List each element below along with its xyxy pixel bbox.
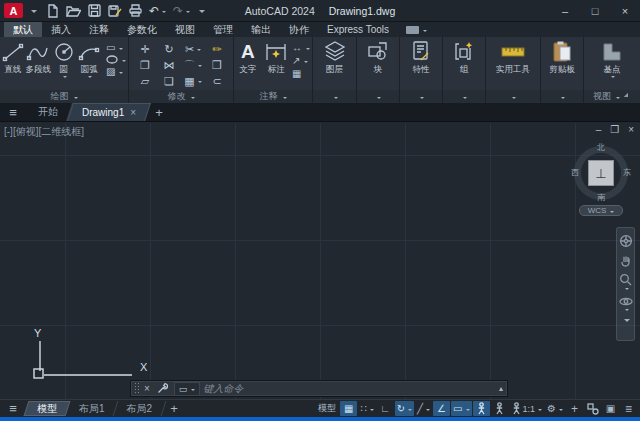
- isodraft-caret-icon[interactable]: [426, 409, 430, 413]
- new-layout-button[interactable]: +: [163, 400, 185, 417]
- polar-tracking-toggle[interactable]: ↻: [395, 401, 414, 416]
- fillet-button[interactable]: ⌒: [184, 59, 202, 71]
- open-file-button[interactable]: [66, 5, 81, 17]
- tab-insert[interactable]: 插入: [42, 22, 80, 37]
- block-panel-expand[interactable]: [357, 90, 399, 103]
- customization-button[interactable]: ≡: [620, 401, 637, 416]
- redo-caret-icon[interactable]: [186, 11, 190, 15]
- table-button[interactable]: ▦: [292, 68, 310, 79]
- draw-panel-label[interactable]: 绘图: [0, 90, 128, 103]
- osnap-caret-icon[interactable]: [466, 409, 470, 413]
- block-button[interactable]: 块: [358, 39, 398, 74]
- ellipse-button[interactable]: [106, 55, 126, 64]
- linear-dimension-button[interactable]: ↔: [292, 42, 310, 53]
- annotation-visibility-toggle[interactable]: [473, 401, 490, 416]
- utilities-panel-expand[interactable]: [486, 90, 540, 103]
- maximize-button[interactable]: □: [580, 0, 610, 22]
- pan-button[interactable]: [619, 254, 632, 267]
- start-tab[interactable]: 开始: [26, 103, 70, 121]
- text-button[interactable]: A 文字: [234, 39, 262, 74]
- ortho-toggle[interactable]: ∟: [377, 401, 394, 416]
- measure-button[interactable]: 实用工具: [487, 39, 539, 74]
- mirror-button[interactable]: ⋈: [164, 59, 175, 71]
- save-button[interactable]: [88, 4, 101, 17]
- leader-button[interactable]: ↗: [292, 55, 310, 66]
- drawing1-tab[interactable]: Drawing1×: [70, 103, 148, 121]
- viewcube-south-label[interactable]: 南: [597, 194, 605, 202]
- file-tabs-menu-button[interactable]: ≡: [0, 103, 26, 121]
- polar-caret-icon[interactable]: [408, 409, 412, 413]
- move-button[interactable]: ✛: [140, 43, 149, 55]
- arc-caret-icon[interactable]: [88, 76, 92, 80]
- navbar-more-button[interactable]: [622, 317, 630, 323]
- tab-manage[interactable]: 管理: [204, 22, 242, 37]
- rotate-button[interactable]: ↻: [164, 43, 173, 55]
- doc-restore-button[interactable]: ❐: [610, 124, 619, 135]
- polyline-button[interactable]: 多段线: [26, 39, 52, 74]
- recent-commands-button[interactable]: ▭: [174, 382, 201, 396]
- workspace-caret-icon[interactable]: [559, 409, 563, 413]
- annotation-scale-caret-icon[interactable]: [538, 409, 542, 413]
- object-snap-toggle[interactable]: ▭: [451, 401, 471, 416]
- app-logo-button[interactable]: A: [4, 3, 23, 18]
- orbit-caret-icon[interactable]: [625, 309, 629, 313]
- tab-output[interactable]: 输出: [242, 22, 280, 37]
- tab-express-tools[interactable]: Express Tools: [318, 22, 398, 37]
- hatch-button[interactable]: ▨: [106, 66, 126, 77]
- annotate-panel-label[interactable]: 注释: [234, 90, 312, 103]
- stretch-button[interactable]: ▱: [141, 75, 149, 87]
- base-caret-icon[interactable]: [611, 76, 615, 80]
- annotation-scale-button[interactable]: 1:1: [509, 401, 545, 416]
- base-button[interactable]: 基点: [590, 39, 634, 78]
- crosshair-button[interactable]: +: [566, 401, 583, 416]
- layout-tabs-menu-button[interactable]: ≡: [0, 400, 26, 417]
- zoom-button[interactable]: [619, 273, 632, 290]
- array-button[interactable]: ▦: [184, 75, 201, 87]
- layout1-tab[interactable]: 布局1: [68, 400, 116, 417]
- modify-panel-label[interactable]: 修改: [129, 90, 233, 103]
- drawing-canvas[interactable]: [-][俯视][二维线框] – ❐ × 北 南 西 东 ⊥ WCS: [0, 123, 640, 399]
- ribbon-display-dropdown[interactable]: [406, 22, 427, 37]
- command-line-wrench-icon[interactable]: [154, 383, 171, 394]
- view-panel-label[interactable]: 视图: [584, 90, 640, 103]
- view-panel-launcher-icon[interactable]: [624, 92, 632, 100]
- properties-panel-expand[interactable]: [400, 90, 442, 103]
- trim-button[interactable]: ✂: [185, 43, 201, 55]
- snap-toggle[interactable]: ∷: [358, 401, 375, 416]
- viewcube-north-label[interactable]: 北: [597, 144, 605, 152]
- dimension-button[interactable]: 标注: [262, 39, 291, 74]
- orbit-button[interactable]: [619, 296, 633, 311]
- model-paper-toggle[interactable]: 模型: [315, 401, 339, 416]
- scale-button[interactable]: ❏: [164, 75, 174, 87]
- tab-parametric[interactable]: 参数化: [118, 22, 166, 37]
- autoscale-toggle[interactable]: [491, 401, 508, 416]
- tab-view[interactable]: 视图: [166, 22, 204, 37]
- command-line-close-icon[interactable]: ×: [140, 383, 154, 394]
- wcs-dropdown[interactable]: WCS: [579, 205, 623, 216]
- save-as-button[interactable]: [108, 4, 122, 17]
- line-button[interactable]: 直线: [0, 39, 26, 74]
- tab-collaborate[interactable]: 协作: [280, 22, 318, 37]
- new-file-button[interactable]: [47, 4, 59, 18]
- viewcube-west-label[interactable]: 西: [571, 169, 579, 177]
- erase-button[interactable]: ✏: [212, 43, 221, 55]
- model-tab[interactable]: 模型: [26, 400, 68, 417]
- undo-caret-icon[interactable]: [162, 11, 166, 15]
- group-button[interactable]: 组: [444, 39, 484, 74]
- viewcube[interactable]: 北 南 西 东 ⊥: [573, 145, 629, 201]
- object-snap-tracking-toggle[interactable]: ∠: [433, 401, 450, 416]
- layers-panel-expand[interactable]: [313, 90, 356, 103]
- doc-close-button[interactable]: ×: [628, 124, 634, 135]
- drawing1-close-icon[interactable]: ×: [130, 107, 136, 118]
- app-menu-caret-icon[interactable]: [31, 10, 37, 16]
- properties-button[interactable]: 特性: [401, 39, 441, 74]
- steering-wheel-button[interactable]: [619, 234, 633, 248]
- undo-button[interactable]: ↶: [149, 4, 166, 18]
- tab-annotate[interactable]: 注释: [80, 22, 118, 37]
- workspace-switcher-button[interactable]: ⚙: [545, 401, 565, 416]
- copy-button[interactable]: ❐: [140, 59, 150, 71]
- viewcube-east-label[interactable]: 东: [623, 169, 631, 177]
- arc-button[interactable]: 圆弧: [77, 39, 103, 78]
- viewcube-top-face[interactable]: ⊥: [588, 160, 614, 186]
- clean-screen-button[interactable]: ▣: [602, 401, 619, 416]
